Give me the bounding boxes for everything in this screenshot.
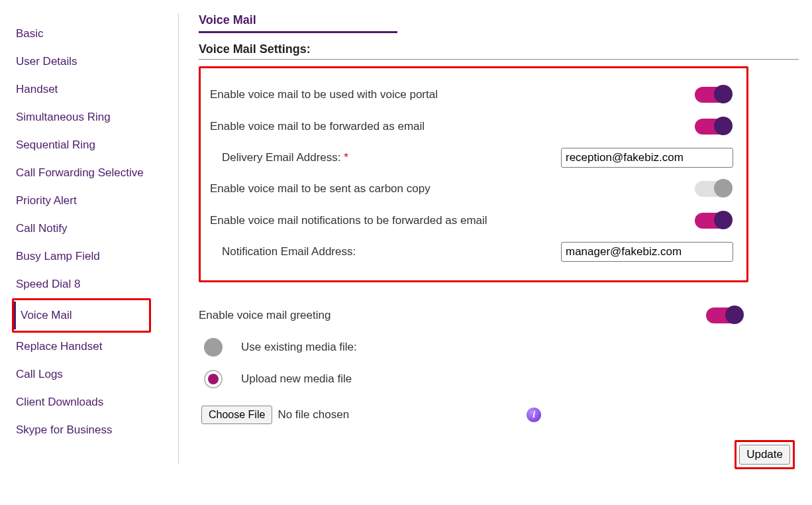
sidebar-item-call-forwarding-selective[interactable]: Call Forwarding Selective [13,159,178,187]
enable-carbon-copy-toggle[interactable] [695,181,731,197]
sidebar-item-speed-dial-8[interactable]: Speed Dial 8 [13,270,178,298]
sidebar-item-skype-for-business[interactable]: Skype for Business [13,416,178,444]
info-icon[interactable]: i [527,408,541,422]
voice-mail-settings-box: Enable voice mail to be used with voice … [199,66,748,282]
sidebar-item-call-notify[interactable]: Call Notify [13,215,178,243]
sidebar-item-busy-lamp-field[interactable]: Busy Lamp Field [13,243,178,270]
sidebar-item-client-downloads[interactable]: Client Downloads [13,388,178,416]
sidebar-highlight: Voice Mail [12,298,151,333]
file-chosen-status: No file chosen [278,408,349,421]
upload-new-radio[interactable] [204,370,223,388]
delivery-email-input[interactable] [561,148,733,168]
sidebar-item-user-details[interactable]: User Details [13,48,178,76]
enable-notifications-toggle[interactable] [695,213,731,229]
update-highlight: Update [735,440,795,469]
main-content: Voice Mail Voice Mail Settings: Enable v… [179,13,799,469]
notification-email-label: Notification Email Address: [222,245,447,258]
choose-file-button[interactable]: Choose File [201,406,272,424]
page-title: Voice Mail [199,13,397,33]
enable-forward-email-label: Enable voice mail to be forwarded as ema… [210,120,695,133]
use-existing-radio[interactable] [204,338,223,357]
sidebar-item-voice-mail[interactable]: Voice Mail [14,302,149,329]
sidebar-item-simultaneous-ring[interactable]: Simultaneous Ring [13,103,178,131]
enable-forward-email-toggle[interactable] [695,119,731,135]
delivery-email-label-text: Delivery Email Address: [222,151,341,164]
upload-new-label: Upload new media file [241,372,352,386]
required-mark: * [344,151,348,164]
sidebar-item-priority-alert[interactable]: Priority Alert [13,187,178,215]
notification-email-input[interactable] [561,242,733,262]
enable-carbon-copy-label: Enable voice mail to be sent as carbon c… [210,182,695,196]
enable-voice-portal-toggle[interactable] [695,87,731,103]
sidebar-item-handset[interactable]: Handset [13,76,178,103]
use-existing-label: Use existing media file: [241,341,357,354]
sidebar-item-replace-handset[interactable]: Replace Handset [13,333,178,361]
greeting-block: Enable voice mail greeting Use existing … [199,300,748,424]
enable-notifications-label: Enable voice mail notifications to be fo… [210,214,695,227]
enable-voice-portal-label: Enable voice mail to be used with voice … [210,88,695,101]
sidebar-item-basic[interactable]: Basic [13,20,178,48]
enable-greeting-label: Enable voice mail greeting [199,309,706,322]
sidebar-item-sequential-ring[interactable]: Sequential Ring [13,131,178,159]
update-button[interactable]: Update [739,445,790,465]
delivery-email-label: Delivery Email Address: * [222,151,447,164]
enable-greeting-toggle[interactable] [706,308,742,323]
sidebar-item-call-logs[interactable]: Call Logs [13,361,178,388]
sidebar: Basic User Details Handset Simultaneous … [13,13,179,464]
section-heading: Voice Mail Settings: [199,42,799,60]
